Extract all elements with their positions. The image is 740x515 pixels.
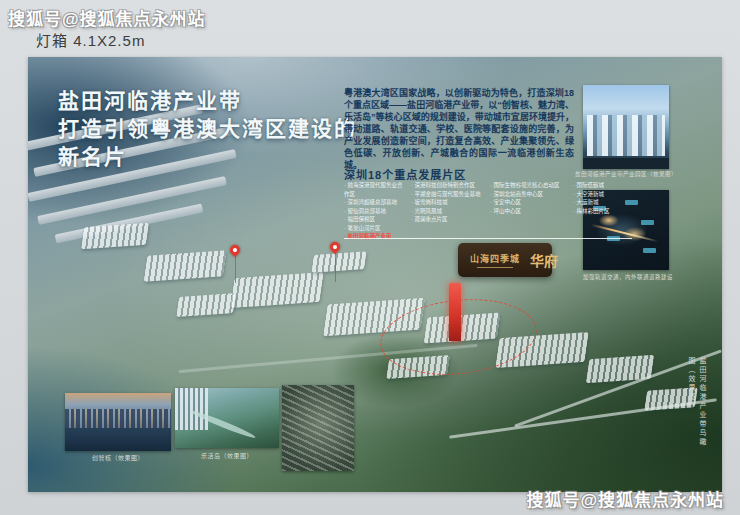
inset-bottom-mid-caption: 乐活岛（效果图） [175, 451, 279, 460]
inset-right-mid-caption: 加强轨道交通，内外联通道路建设 [568, 273, 688, 281]
district-column-1: 前海深港现代服务业合作区深圳湾超级总部基地留仙洞总部基地福田保税区笔架山河片区 … [344, 181, 406, 241]
district-item: 观澜重点片区 [411, 215, 485, 224]
highlighted-project-tower [449, 283, 461, 341]
district-item: 坪山中心区 [490, 207, 568, 216]
inset-right-top-render [583, 85, 669, 169]
logo-brand-wrap: 山海四季城 [470, 252, 520, 268]
page: { "colors":{"accent_red":"#e03a2f","logo… [0, 0, 740, 515]
map-pin-icon [228, 243, 242, 257]
title-line-3: 新名片 [58, 143, 357, 171]
district-columns: 前海深港现代服务业合作区深圳湾超级总部基地留仙洞总部基地福田保税区笔架山河片区 … [344, 181, 636, 241]
district-item: 国际低碳城 [573, 181, 633, 190]
district-item: 笔架山河片区 [344, 224, 406, 233]
watermark-bottom: 搜狐号@搜狐焦点永州站 [526, 486, 724, 511]
district-list: 前海深港现代服务业合作区深圳湾超级总部基地留仙洞总部基地福田保税区笔架山河片区 [344, 181, 406, 232]
district-item: 深港科技创新特别合作区 [411, 181, 485, 190]
logo-suffix: 华府 [530, 250, 558, 270]
plan-label-chip [641, 220, 654, 225]
district-item: 坂雪岗科技城 [411, 198, 485, 207]
section-title: 深圳18个重点发展片区 [344, 166, 466, 182]
logo-brand-rule [477, 267, 513, 268]
district-item: 光明凤凰城 [411, 207, 485, 216]
district-item: 梅林彩田片区 [573, 207, 633, 216]
building-cluster [311, 251, 366, 273]
district-item: 前海深港现代服务业合作区 [344, 181, 406, 198]
inset-bottom-right-render [282, 385, 354, 471]
project-logo: 山海四季城 华府 [458, 243, 552, 277]
plan-label-chip [643, 248, 656, 253]
watermark-top: 搜狐号@搜狐焦点永州站 [8, 5, 206, 30]
district-item: 福田保税区 [344, 215, 406, 224]
inset-bottom-mid-render [175, 388, 279, 448]
lightbox-size-label: 灯箱 4.1X2.5m [36, 29, 145, 50]
building-cluster [176, 293, 236, 317]
logo-brand-name: 山海四季城 [470, 252, 520, 265]
aerial-vertical-caption: 盐田河临港产业带鸟瞰图（效果图） [686, 357, 708, 453]
intro-paragraph: 粤港澳大湾区国家战略，以创新驱动为特色，打造深圳18个重点区域——盐田河临港产业… [344, 87, 574, 171]
billboard-title: 盐田河临港产业带 打造引领粤港澳大湾区建设的 新名片 [58, 87, 357, 171]
divider-line [344, 238, 632, 239]
district-column-2: 深港科技创新特别合作区平湖金融与现代服务业基地坂雪岗科技城光明凤凰城观澜重点片区 [411, 181, 485, 241]
map-pin-icon [328, 240, 342, 254]
title-line-1: 盐田河临港产业带 [58, 87, 357, 115]
district-item: 大运新城 [573, 198, 633, 207]
inset-bottom-left-caption: 创智核（效果图） [65, 453, 171, 462]
district-column-3: 国际生物谷坝光核心启动区深圳北站商务中心区宝安中心区坪山中心区 [490, 181, 568, 241]
district-item: 深圳湾超级总部基地 [344, 198, 406, 207]
building-cluster [230, 272, 323, 308]
inset-right-top-caption: 盐田河临港产业带产业园区（效果图） [556, 170, 696, 178]
road-line [449, 398, 717, 439]
building-cluster [144, 250, 227, 281]
building-cluster [81, 223, 149, 249]
district-item: 留仙洞总部基地 [344, 207, 406, 216]
pin-leader-line [335, 252, 336, 282]
district-item: 平湖金融与现代服务业基地 [411, 190, 485, 199]
district-item: 宝安中心区 [490, 198, 568, 207]
district-item: 深圳北站商务中心区 [490, 190, 568, 199]
district-item-highlight: 盐田河临港产业带 [344, 232, 406, 241]
pin-leader-line [235, 255, 236, 283]
title-line-2: 打造引领粤港澳大湾区建设的 [58, 115, 357, 143]
district-column-4: 国际低碳城大空港新城大运新城梅林彩田片区 [573, 181, 633, 241]
inset-bottom-left-render [65, 393, 171, 451]
district-item: 大空港新城 [573, 190, 633, 199]
billboard-image: 盐田河临港产业带 打造引领粤港澳大湾区建设的 新名片 粤港澳大湾区国家战略，以创… [28, 57, 722, 492]
district-item: 国际生物谷坝光核心启动区 [490, 181, 568, 190]
